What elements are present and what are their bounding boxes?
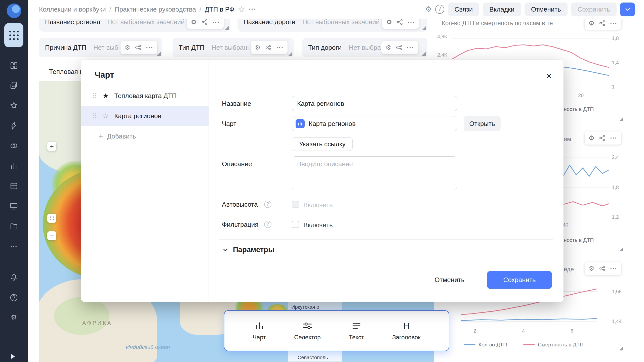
sidebar-item-tables[interactable] xyxy=(10,182,18,190)
connections-icon[interactable] xyxy=(599,20,606,26)
more-icon[interactable]: ··· xyxy=(407,44,414,51)
sidebar-item-more[interactable]: ··· xyxy=(10,242,18,251)
more-icon[interactable]: ··· xyxy=(610,20,617,26)
gear-icon[interactable]: ⚙ xyxy=(386,19,392,25)
map-zoom-out-button[interactable]: − xyxy=(47,231,56,240)
filter-label: Причина ДТП xyxy=(45,44,86,52)
resize-handle[interactable] xyxy=(288,52,292,56)
help-icon[interactable]: ? xyxy=(264,201,271,208)
open-button[interactable]: Открыть xyxy=(464,116,501,131)
params-section-toggle[interactable]: Параметры xyxy=(222,246,274,254)
add-item-button[interactable]: + Добавить xyxy=(99,129,136,143)
connections-icon[interactable] xyxy=(396,44,402,51)
sidebar-item-presentations[interactable] xyxy=(10,202,18,210)
map-drag-handle[interactable] xyxy=(47,214,56,223)
params-label: Параметры xyxy=(233,246,274,254)
plus-icon: + xyxy=(99,132,103,141)
star-outline-icon[interactable]: ☆ xyxy=(103,113,109,119)
list-item-regions-map[interactable]: ☆ Карта регионов xyxy=(81,106,209,126)
save-dropdown-button[interactable] xyxy=(620,3,635,16)
sidebar-item-settings[interactable]: ⚙ xyxy=(10,313,18,322)
expand-icon[interactable] xyxy=(11,354,15,359)
chevron-down-icon xyxy=(222,246,229,253)
sidebar-item-charts[interactable] xyxy=(10,162,18,170)
resize-handle[interactable] xyxy=(422,52,426,56)
connections-icon[interactable] xyxy=(265,44,272,51)
drag-handle-icon[interactable] xyxy=(93,93,96,98)
close-button[interactable]: × xyxy=(543,71,554,82)
gear-icon[interactable]: ⚙ xyxy=(589,20,594,26)
gear-icon[interactable]: ⚙ xyxy=(191,19,197,25)
drag-handle-icon[interactable] xyxy=(93,113,96,118)
sidebar-item-collections[interactable] xyxy=(10,81,18,90)
toolbar-label: Селектор xyxy=(294,334,320,341)
apps-menu-button[interactable] xyxy=(4,23,23,47)
sidebar-item-favorites[interactable] xyxy=(10,101,18,110)
toolbar-label: Чарт xyxy=(253,334,266,341)
info-icon[interactable]: i xyxy=(435,5,444,14)
table-row-label: Иркутская о xyxy=(291,304,319,310)
widget-controls: ⚙ ··· xyxy=(251,41,288,54)
sidebar-item-storage[interactable] xyxy=(10,222,18,231)
resize-handle[interactable] xyxy=(225,26,229,30)
datalens-logo[interactable] xyxy=(7,4,21,18)
resize-handle[interactable] xyxy=(619,247,623,251)
filter-placeholder: Нет выбранных значений xyxy=(349,44,384,52)
toolbar-item-selector[interactable]: Селектор xyxy=(294,321,320,341)
filtering-checkbox[interactable] xyxy=(292,221,299,228)
cancel-button[interactable]: Отменить xyxy=(525,3,568,16)
gear-icon[interactable]: ⚙ xyxy=(589,135,594,141)
x-axis-tick: 6 xyxy=(571,328,573,334)
dialog-cancel-button[interactable]: Отменить xyxy=(432,273,467,287)
set-link-button[interactable]: Указать ссылку xyxy=(292,137,353,151)
connections-icon[interactable] xyxy=(599,135,606,141)
autoheight-checkbox[interactable] xyxy=(292,201,299,208)
connections-icon[interactable] xyxy=(599,265,606,272)
sidebar-item-notifications[interactable] xyxy=(10,273,18,282)
gear-icon[interactable]: ⚙ xyxy=(425,6,432,13)
toolbar-item-chart[interactable]: Чарт xyxy=(253,321,266,341)
gear-icon[interactable]: ⚙ xyxy=(589,265,594,272)
more-icon[interactable]: ··· xyxy=(610,265,617,272)
breadcrumb-collections[interactable]: Коллекции и воркбуки xyxy=(39,6,106,13)
star-filled-icon[interactable]: ★ xyxy=(103,93,109,99)
resize-handle[interactable] xyxy=(619,117,623,121)
legend-text: ность в ДТП xyxy=(564,106,594,112)
gear-icon[interactable]: ⚙ xyxy=(255,44,261,51)
connections-icon[interactable] xyxy=(396,19,403,25)
dialog-save-button[interactable]: Сохранить xyxy=(487,271,552,289)
resize-handle[interactable] xyxy=(157,52,161,56)
description-textarea[interactable] xyxy=(292,156,457,190)
toolbar-item-heading[interactable]: H Заголовок xyxy=(392,321,421,341)
sidebar-item-dashboards[interactable] xyxy=(10,61,18,70)
dialog-title: Чарт xyxy=(95,70,114,80)
more-icon[interactable]: ··· xyxy=(249,6,256,13)
more-icon[interactable]: ··· xyxy=(408,19,415,25)
favorite-star-icon[interactable]: ☆ xyxy=(238,5,245,13)
chart-input[interactable]: Карта регионов xyxy=(292,116,457,131)
gear-icon[interactable]: ⚙ xyxy=(385,44,391,51)
name-input[interactable] xyxy=(292,96,457,111)
more-icon[interactable]: ··· xyxy=(276,44,284,51)
toolbar-item-text[interactable]: Текст xyxy=(349,321,364,341)
more-icon[interactable]: ··· xyxy=(610,135,617,141)
help-icon[interactable]: ? xyxy=(264,221,271,228)
gear-icon[interactable]: ⚙ xyxy=(125,44,130,51)
sidebar-item-services[interactable] xyxy=(10,142,18,150)
save-button[interactable]: Сохранить xyxy=(571,3,617,16)
connections-icon[interactable] xyxy=(135,44,141,51)
y-axis-label: 1,44 xyxy=(612,319,622,324)
resize-handle[interactable] xyxy=(619,346,623,350)
x-axis-tick: 20 xyxy=(578,93,584,98)
connections-icon[interactable] xyxy=(201,19,208,25)
breadcrumb-guides[interactable]: Практические руководства xyxy=(115,6,196,13)
more-icon[interactable]: ··· xyxy=(146,44,153,51)
links-button[interactable]: Связи xyxy=(448,3,479,16)
tabs-button[interactable]: Вкладки xyxy=(483,3,521,16)
list-item-heatmap[interactable]: ★ Тепловая карта ДТП xyxy=(81,86,209,106)
sidebar-item-functions[interactable] xyxy=(10,121,18,130)
map-zoom-in-button[interactable]: + xyxy=(47,142,56,151)
more-icon[interactable]: ··· xyxy=(212,19,220,25)
sidebar-item-help[interactable] xyxy=(10,293,18,302)
resize-handle[interactable] xyxy=(422,26,426,30)
